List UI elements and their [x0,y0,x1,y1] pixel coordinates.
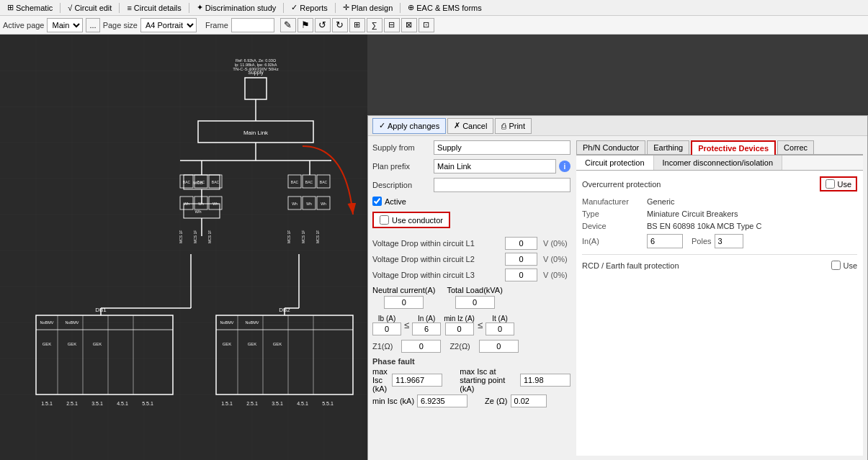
supply-from-row: Supply from [372,140,571,155]
tab-corrections[interactable]: Correc [777,140,814,154]
top-toolbar: ⊞ Schematic √ Circuit edit ≡ Circuit det… [0,0,868,16]
toolbar-eac[interactable]: ⊕ EAC & EMS forms [403,3,486,12]
page-options-btn[interactable]: ... [86,18,99,32]
toolbar-icon-btn-4[interactable]: ↻ [332,18,348,32]
svg-text:MCS 1F: MCS 1F [287,230,291,243]
toolbar-icon-btn-9[interactable]: ⊡ [419,18,434,32]
toolbar-sep-3 [189,3,189,13]
rcd-use-checkbox[interactable] [831,261,841,270]
max-isc-start-input[interactable] [520,374,571,387]
ib-input[interactable] [372,323,401,335]
device-row: Device BS EN 60898 10kA MCB Type C [582,222,857,230]
toolbar-icon-btn-2[interactable]: ⚑ [297,18,313,32]
svg-text:Wh: Wh [212,202,218,206]
overcurrent-use-checkbox[interactable] [826,179,835,189]
apply-changes-button[interactable]: ✓ Apply changes [372,118,446,134]
svg-text:MCS 1F: MCS 1F [316,230,320,243]
it-input[interactable] [486,323,514,335]
max-isc-item: max Isc (kA) [372,367,442,393]
fault-row-1: max Isc (kA) max Isc at starting point (… [372,367,571,393]
svg-text:Wh: Wh [306,202,312,206]
toolbar-icon-btn-1[interactable]: ✎ [280,18,296,32]
toolbar-icon-btn-3[interactable]: ↺ [315,18,331,32]
min-isc-input[interactable] [417,394,467,407]
max-isc-input[interactable] [392,374,442,387]
vd-l1-input[interactable] [505,237,537,250]
tab-circuit-protection[interactable]: Circuit protection [576,155,654,170]
toolbar-discrimination[interactable]: ✦ Discrimination study [192,3,280,12]
tab-bar-top: Ph/N Conductor Earthing Protective Devic… [576,140,863,155]
use-conductor-box[interactable]: Use conductor [372,212,450,228]
supply-from-input[interactable] [434,140,571,155]
active-checkbox[interactable] [372,197,382,206]
frame-input[interactable] [231,18,274,32]
vd-l2-input[interactable] [505,253,537,266]
description-row: Description [372,178,571,192]
use-conductor-checkbox[interactable] [380,215,389,225]
svg-text:3.5.1: 3.5.1 [91,401,103,406]
total-load-group: Total Load(kVA) [447,286,502,309]
svg-text:Wh: Wh [321,202,326,206]
svg-text:Ref: 6.92kA, Ze: 0.03Ω: Ref: 6.92kA, Ze: 0.03Ω [236,58,276,63]
tab-protective-devices[interactable]: Protective Devices [691,140,776,155]
overcurrent-label: Overcurrent protection [582,180,661,189]
cancel-button[interactable]: ✗ Cancel [447,118,493,134]
info-icon[interactable]: i [559,161,571,172]
use-button-box[interactable]: Use [820,176,857,191]
page-size-select[interactable]: A4 Portrait [140,18,197,32]
vd-l2-row: Voltage Drop within circuit L2 V (0%) [372,253,571,266]
schematic-icon: ⊞ [7,3,14,12]
z2-input[interactable] [479,340,519,353]
svg-text:2.5.1: 2.5.1 [66,401,78,406]
tab-earthing[interactable]: Earthing [647,140,689,154]
z1-input[interactable] [401,340,441,353]
protection-content: Overcurrent protection Use Manufacturer … [576,171,863,456]
svg-text:5.5.1: 5.5.1 [142,401,153,406]
svg-text:3.5.1: 3.5.1 [272,401,283,406]
toolbar-sep-5 [335,3,336,13]
poles-input[interactable] [715,234,743,248]
ib-group: Ib (A) [372,315,401,335]
total-load-input[interactable] [455,296,495,309]
toolbar-circuit-edit[interactable]: √ Circuit edit [63,4,116,12]
protection-in-input[interactable] [647,234,683,248]
svg-text:5.5.1: 5.5.1 [322,401,334,406]
ze-item: Ze (Ω) [485,394,546,407]
print-button[interactable]: ⎙ Print [495,118,532,134]
toolbar-plan-design[interactable]: ✛ Plan design [339,3,398,12]
print-icon: ⎙ [501,122,506,130]
neutral-current-input[interactable] [384,296,424,309]
svg-text:BAC: BAC [305,180,313,184]
toolbar-schematic[interactable]: ⊞ Schematic [3,3,57,12]
svg-text:NoBMV: NoBMV [66,320,79,325]
svg-text:Wh: Wh [184,202,189,206]
svg-text:GEK: GEK [42,342,52,346]
svg-text:Wh: Wh [195,209,202,214]
tab-incomer-disconnection[interactable]: Incomer disconnection/isolation [654,155,782,170]
toolbar-reports[interactable]: ✓ Reports [287,3,332,12]
toolbar-icon-btn-5[interactable]: ⊞ [349,18,365,32]
rcd-label: RCD / Earth fault protection [582,261,831,270]
active-page-select[interactable]: Main [47,18,83,32]
toolbar-circuit-details[interactable]: ≡ Circuit details [122,4,185,12]
svg-text:MCS 1F: MCS 1F [207,230,212,243]
description-input[interactable] [434,178,571,192]
neutral-current-group: Neutral current(A) [372,286,435,309]
svg-text:4.5.1: 4.5.1 [117,401,128,406]
svg-text:GEK: GEK [68,342,77,346]
toolbar-icon-btn-8[interactable]: ⊠ [401,18,417,32]
lte-symbol-1: ≤ [404,320,409,330]
svg-text:BAC: BAC [183,180,191,184]
ze-input[interactable] [511,394,547,407]
min-iz-input[interactable] [445,323,474,335]
device-value: BS EN 60898 10kA MCB Type C [647,222,761,230]
plan-prefix-input[interactable] [434,159,556,173]
form-left: Supply from Plan prefix i Description Ac… [372,140,571,456]
right-panel: Ph/N Conductor Earthing Protective Devic… [576,140,863,456]
tab-ph-n-conductor[interactable]: Ph/N Conductor [576,140,645,154]
in-input[interactable] [412,323,441,335]
discrimination-icon: ✦ [197,3,203,12]
vd-l3-input[interactable] [505,269,537,281]
toolbar-icon-btn-6[interactable]: ∑ [367,18,382,32]
toolbar-icon-btn-7[interactable]: ⊟ [384,18,400,32]
